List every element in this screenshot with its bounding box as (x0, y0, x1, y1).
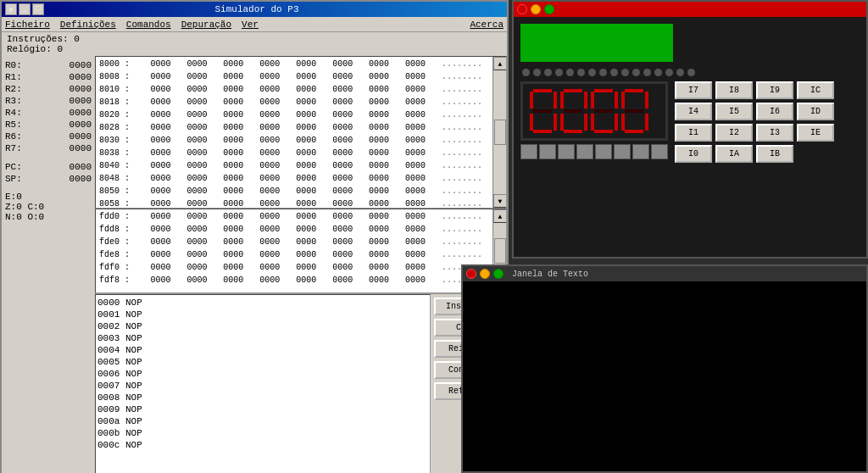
main-window: ✕ _ □ Simulador do P3 Ficheiro Definiçõe… (0, 0, 509, 473)
window-title: Simulador do P3 (214, 4, 298, 14)
menu-bar: Ficheiro Definições Comandos Depuração V… (2, 17, 507, 32)
scroll-up-btn[interactable]: ▲ (493, 57, 507, 70)
led-dot (665, 69, 673, 76)
seven-seg-area (520, 81, 668, 159)
memory-lower: fdd0 :00000000000000000000000000000000..… (95, 209, 507, 293)
max-btn[interactable]: □ (32, 3, 44, 15)
led-row (520, 69, 860, 76)
seg-2g (594, 109, 613, 113)
list-item: 0000 NOP (97, 297, 428, 309)
title-bar: ✕ _ □ Simulador do P3 (2, 2, 507, 17)
table-row: fdf0 :00000000000000000000000000000000..… (97, 262, 504, 273)
p3-button-i1[interactable]: I1 (675, 124, 712, 142)
p3-button-i6[interactable]: I6 (756, 103, 793, 120)
toggle-switch[interactable] (520, 144, 537, 159)
table-row: 8048 :00000000000000000000000000000000..… (97, 173, 504, 184)
table-row: fde8 :00000000000000000000000000000000..… (97, 249, 504, 260)
menu-comandos[interactable]: Comandos (126, 19, 171, 30)
p3-button-i2[interactable]: I2 (715, 124, 753, 142)
reg-pc: PC:0000 (5, 161, 92, 173)
display-max-btn[interactable] (544, 4, 554, 14)
close-btn[interactable]: ✕ (5, 3, 17, 15)
reg-e: E:0 (5, 192, 92, 202)
toggle-switch[interactable] (614, 144, 631, 159)
clock-info: Relógio: 0 (7, 44, 502, 54)
toggle-switch[interactable] (558, 144, 575, 159)
list-item: 0005 NOP (97, 356, 428, 368)
seg-0g (533, 109, 552, 113)
led-dot (654, 69, 662, 76)
seg-2f (591, 92, 594, 109)
display-window: I7I8I9ICI4I5I6IDI1I2I3IEI0IAIB (512, 0, 868, 259)
text-min-btn[interactable] (480, 269, 490, 279)
menu-ver[interactable]: Ver (242, 19, 259, 30)
info-bar: Instruções: 0 Relógio: 0 (2, 32, 507, 56)
table-row: 8028 :00000000000000000000000000000000..… (97, 122, 504, 133)
table-row: 8030 :00000000000000000000000000000000..… (97, 135, 504, 146)
led-dot (566, 69, 574, 76)
p3-button-id[interactable]: ID (797, 103, 834, 120)
reg-r2: R2:0000 (5, 83, 92, 95)
p3-buttons-grid: I7I8I9ICI4I5I6IDI1I2I3IEI0IAIB (675, 81, 834, 163)
seg-and-buttons: I7I8I9ICI4I5I6IDI1I2I3IEI0IAIB (520, 81, 860, 163)
display-close-btn[interactable] (517, 4, 527, 14)
seg-2c (615, 114, 618, 131)
reg-r3: R3:0000 (5, 95, 92, 107)
scroll-up-btn2[interactable]: ▲ (493, 209, 507, 223)
seg-0f (530, 92, 533, 109)
table-row: 8058 :00000000000000000000000000000000..… (97, 198, 504, 209)
scroll-down-btn[interactable]: ▼ (493, 194, 507, 208)
memory-table-lower: fdd0 :00000000000000000000000000000000..… (96, 209, 506, 287)
p3-button-i5[interactable]: I5 (715, 103, 753, 120)
p3-button-ia[interactable]: IA (715, 145, 753, 163)
p3-button-i4[interactable]: I4 (675, 103, 712, 120)
seg-2e (591, 114, 594, 131)
min-btn[interactable]: _ (19, 3, 31, 15)
led-dot (588, 69, 596, 76)
menu-ficheiro[interactable]: Ficheiro (5, 19, 50, 30)
memory-upper-scrollbar[interactable]: ▲ ▼ (492, 57, 506, 208)
seg-1d (564, 130, 582, 133)
green-lcd (520, 24, 673, 62)
reg-r5: R5:0000 (5, 119, 92, 131)
table-row: 8018 :00000000000000000000000000000000..… (97, 97, 504, 108)
p3-button-i3[interactable]: I3 (756, 124, 793, 142)
reg-r0: R0:0000 (5, 59, 92, 71)
list-item: 0006 NOP (97, 368, 428, 380)
p3-button-i7[interactable]: I7 (675, 81, 712, 99)
digit-1 (560, 89, 587, 133)
memory-upper: 8000 :00000000000000000000000000000000..… (95, 56, 507, 209)
p3-button-ic[interactable]: IC (797, 81, 834, 99)
menu-definicoes[interactable]: Definições (60, 19, 116, 30)
seg-0b (554, 92, 557, 109)
seg-1a (564, 89, 582, 92)
p3-button-ib[interactable]: IB (756, 145, 793, 163)
toggle-switch[interactable] (632, 144, 649, 159)
toggle-switch[interactable] (576, 144, 593, 159)
reg-r1: R1:0000 (5, 71, 92, 83)
scroll-thumb2[interactable] (494, 238, 506, 264)
seg-1g (564, 109, 582, 113)
scroll-thumb[interactable] (494, 120, 506, 145)
reg-r7: R7:0000 (5, 142, 92, 154)
p3-button-i9[interactable]: I9 (756, 81, 793, 99)
table-row: 8008 :00000000000000000000000000000000..… (97, 71, 504, 82)
p3-button-i0[interactable]: I0 (675, 145, 712, 163)
digit-0 (530, 89, 557, 133)
menu-acerca[interactable]: Acerca (470, 19, 504, 30)
table-row: fdf8 :00000000000000000000000000000000..… (97, 275, 504, 286)
toggle-switch[interactable] (595, 144, 612, 159)
toggle-switch[interactable] (651, 144, 668, 159)
led-dot (544, 69, 552, 76)
text-close-btn[interactable] (466, 269, 476, 279)
seg-0c (554, 114, 557, 131)
toggle-switch[interactable] (539, 144, 556, 159)
seg-2b (615, 92, 618, 109)
p3-button-i8[interactable]: I8 (715, 81, 753, 99)
display-body: I7I8I9ICI4I5I6IDI1I2I3IEI0IAIB (514, 17, 866, 170)
text-max-btn[interactable] (493, 269, 504, 279)
text-title-bar: Janela de Texto (463, 266, 866, 281)
menu-depuracao[interactable]: Depuração (181, 19, 231, 30)
p3-button-ie[interactable]: IE (797, 124, 834, 142)
display-min-btn[interactable] (531, 4, 541, 14)
